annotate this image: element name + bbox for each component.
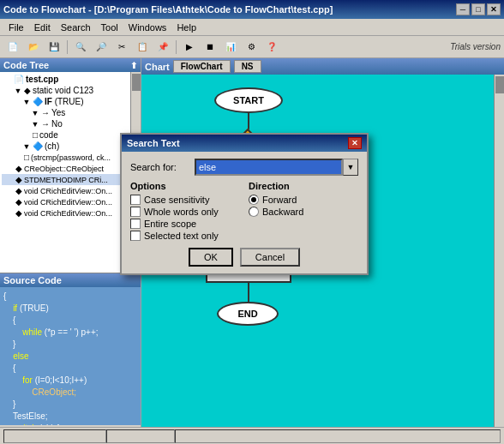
forward-radio[interactable] [249, 195, 259, 205]
option-scope: Entire scope [130, 219, 240, 229]
search-dialog-body: Search for: ▼ Options Case sensitivity W… [122, 152, 367, 273]
option-forward: Forward [249, 195, 358, 205]
backward-radio[interactable] [249, 207, 259, 217]
search-sections: Options Case sensitivity Whole words onl… [130, 181, 358, 243]
selected-text-checkbox[interactable] [130, 231, 141, 241]
direction-title: Direction [249, 181, 358, 191]
backward-label: Backward [262, 207, 303, 217]
option-whole: Whole words only [130, 207, 240, 217]
search-dialog-close[interactable]: ✕ [348, 137, 362, 149]
search-input[interactable] [195, 159, 343, 176]
options-title: Options [130, 181, 240, 191]
search-dialog-titlebar: Search Text ✕ [122, 135, 367, 152]
selected-text-label: Selected text only [144, 231, 219, 241]
ok-button[interactable]: OK [189, 248, 233, 267]
cancel-button[interactable]: Cancel [240, 248, 300, 267]
whole-words-label: Whole words only [144, 207, 219, 217]
forward-label: Forward [262, 195, 297, 205]
search-for-row: Search for: ▼ [130, 159, 358, 176]
entire-scope-checkbox[interactable] [130, 219, 141, 229]
option-backward: Backward [249, 207, 358, 217]
search-dialog-title: Search Text [127, 138, 180, 148]
option-selected: Selected text only [130, 231, 240, 241]
options-section: Options Case sensitivity Whole words onl… [130, 181, 240, 243]
search-for-label: Search for: [130, 162, 195, 172]
direction-section: Direction Forward Backward [249, 181, 358, 243]
search-dropdown-btn[interactable]: ▼ [343, 159, 358, 176]
modal-buttons: OK Cancel [130, 248, 358, 267]
option-case: Case sensitivity [130, 195, 240, 205]
whole-words-checkbox[interactable] [130, 207, 141, 217]
search-dialog: Search Text ✕ Search for: ▼ Options Case… [120, 133, 369, 275]
modal-overlay: Search Text ✕ Search for: ▼ Options Case… [0, 0, 504, 444]
entire-scope-label: Entire scope [144, 219, 196, 229]
case-sensitivity-label: Case sensitivity [144, 195, 209, 205]
case-sensitivity-checkbox[interactable] [130, 195, 141, 205]
